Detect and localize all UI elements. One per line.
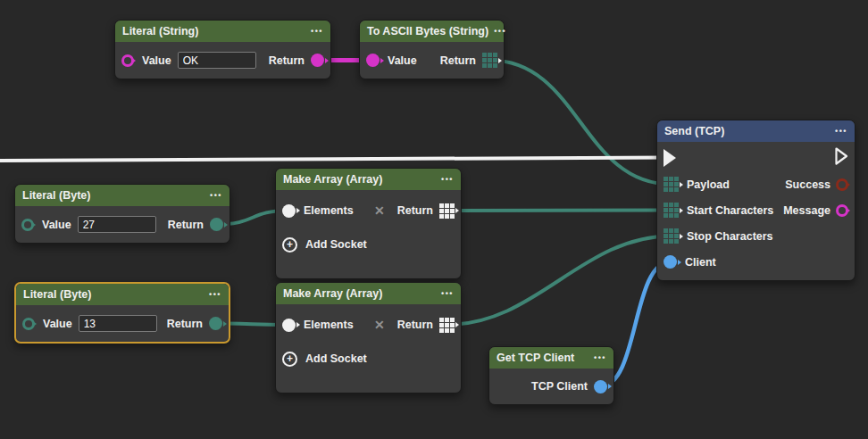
wire-teal[interactable]: [490, 61, 672, 185]
exec-out-port[interactable]: [835, 147, 848, 169]
stop-characters-label: Stop Characters: [687, 230, 773, 243]
tcp-client-label: TCP Client: [531, 380, 588, 393]
node-literal-string[interactable]: Literal (String) ••• Value Return: [114, 20, 331, 79]
menu-icon[interactable]: •••: [835, 127, 847, 136]
start-characters-input-port[interactable]: [664, 203, 679, 218]
remove-socket-icon[interactable]: ✕: [374, 203, 385, 218]
node-title: Literal (Byte): [22, 189, 90, 202]
add-socket-icon[interactable]: +: [282, 237, 297, 253]
success-output-port[interactable]: [836, 178, 848, 191]
value-label: Value: [43, 318, 72, 330]
menu-icon[interactable]: •••: [210, 191, 222, 200]
node-header[interactable]: Make Array (Array) •••: [276, 283, 461, 304]
payload-input-port[interactable]: [664, 177, 679, 192]
exec-in-port[interactable]: [664, 149, 676, 167]
menu-icon[interactable]: •••: [441, 289, 454, 298]
node-header[interactable]: Literal (String) •••: [115, 21, 330, 42]
return-array-port[interactable]: [439, 318, 455, 333]
node-title: Get TCP Client: [497, 352, 574, 364]
value-label: Value: [42, 219, 71, 231]
return-label: Return: [269, 54, 305, 67]
node-title: Literal (Byte): [23, 288, 91, 301]
node-literal-byte-2[interactable]: Literal (Byte) ••• Value Return: [14, 282, 230, 344]
wire-exec_wire[interactable]: [0, 158, 670, 162]
message-output-port[interactable]: [836, 204, 848, 217]
node-title: Make Array (Array): [283, 287, 382, 300]
node-editor-canvas[interactable]: Literal (String) ••• Value Return To ASC…: [0, 0, 868, 439]
return-label: Return: [168, 219, 204, 231]
menu-icon[interactable]: •••: [311, 27, 323, 36]
value-input[interactable]: [79, 315, 157, 332]
add-socket-label[interactable]: Add Socket: [305, 238, 367, 251]
value-input[interactable]: [178, 52, 256, 69]
remove-socket-icon[interactable]: ✕: [374, 318, 385, 332]
value-input[interactable]: [78, 216, 156, 233]
node-header[interactable]: Literal (Byte) •••: [15, 185, 230, 206]
return-port[interactable]: [210, 218, 223, 231]
value-input-port[interactable]: [22, 318, 35, 330]
return-label: Return: [167, 318, 203, 330]
elements-input-port[interactable]: [282, 319, 296, 332]
wire-teal[interactable]: [447, 211, 672, 211]
return-label: Return: [397, 319, 433, 331]
return-label: Return: [397, 204, 433, 217]
node-title: To ASCII Bytes (String): [367, 25, 488, 37]
message-label: Message: [783, 204, 830, 217]
return-array-port[interactable]: [482, 53, 497, 68]
value-input-port[interactable]: [121, 54, 134, 67]
node-header[interactable]: To ASCII Bytes (String) •••: [360, 21, 504, 42]
node-title: Send (TCP): [664, 125, 724, 137]
node-make-array-1[interactable]: Make Array (Array) ••• Elements ✕ Return…: [275, 168, 462, 279]
return-port[interactable]: [311, 54, 324, 67]
value-label: Value: [388, 54, 417, 67]
payload-label: Payload: [687, 178, 730, 191]
elements-label: Elements: [304, 319, 354, 331]
node-title: Make Array (Array): [283, 173, 382, 186]
menu-icon[interactable]: •••: [594, 353, 606, 362]
tcp-client-output-port[interactable]: [594, 380, 607, 393]
success-label: Success: [785, 178, 830, 191]
stop-characters-input-port[interactable]: [664, 228, 679, 244]
add-socket-label[interactable]: Add Socket: [305, 352, 367, 365]
client-label: Client: [685, 256, 716, 269]
value-input-port[interactable]: [21, 219, 34, 231]
elements-input-port[interactable]: [282, 204, 296, 218]
add-socket-icon[interactable]: +: [282, 352, 297, 367]
value-label: Value: [142, 54, 171, 67]
value-input-port[interactable]: [366, 54, 380, 67]
start-characters-label: Start Characters: [687, 204, 773, 217]
node-get-tcp-client[interactable]: Get TCP Client ••• TCP Client: [488, 346, 614, 405]
client-input-port[interactable]: [664, 255, 677, 269]
return-array-port[interactable]: [439, 203, 455, 219]
node-header[interactable]: Make Array (Array) •••: [276, 169, 461, 190]
return-port[interactable]: [209, 317, 222, 330]
node-header[interactable]: Get TCP Client •••: [489, 347, 613, 369]
node-to-ascii-bytes[interactable]: To ASCII Bytes (String) ••• Value Return: [359, 20, 505, 79]
node-make-array-2[interactable]: Make Array (Array) ••• Elements ✕ Return…: [275, 282, 462, 393]
node-header[interactable]: Send (TCP) •••: [657, 120, 855, 142]
node-header[interactable]: Literal (Byte) •••: [16, 284, 229, 305]
menu-icon[interactable]: •••: [209, 290, 221, 299]
menu-icon[interactable]: •••: [441, 175, 454, 184]
node-title: Literal (String): [122, 25, 198, 37]
menu-icon[interactable]: •••: [494, 27, 506, 36]
node-literal-byte-1[interactable]: Literal (Byte) ••• Value Return: [14, 184, 230, 244]
node-send-tcp[interactable]: Send (TCP) ••• Payload Success: [656, 120, 855, 281]
return-label: Return: [440, 54, 476, 67]
elements-label: Elements: [304, 204, 354, 217]
